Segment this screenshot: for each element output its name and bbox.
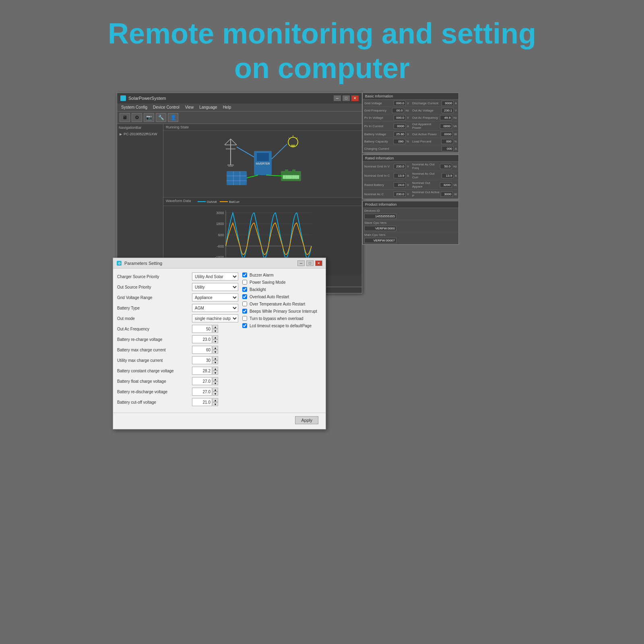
menu-view[interactable]: View <box>183 104 196 110</box>
toolbar-btn-1[interactable]: 🖥 <box>120 113 130 122</box>
turn-to-bypass-checkbox[interactable] <box>242 316 247 321</box>
menu-language[interactable]: Language <box>197 104 220 110</box>
toolbar-btn-3[interactable]: 📷 <box>144 113 154 122</box>
svg-line-17 <box>272 144 287 159</box>
battery-max-charge-current-row: Battery max charge current ▲ ▼ <box>117 346 238 354</box>
menu-system-config[interactable]: System Config <box>119 104 150 110</box>
beeps-primary-source-checkbox[interactable] <box>242 309 247 314</box>
grid-voltage-row: Grid Voltage 000.0 V <box>363 100 411 107</box>
battery-max-charge-current-input[interactable] <box>192 346 212 354</box>
svg-text:600: 600 <box>218 233 224 237</box>
out-source-priority-select[interactable]: Utility Solar SBU <box>192 283 238 291</box>
over-temp-auto-restart-label: Over Temperature Auto Restart <box>250 302 305 306</box>
battery-type-select[interactable]: AGM Flooded User <box>192 304 238 312</box>
params-maximize-button[interactable]: □ <box>306 260 314 266</box>
utility-max-charge-current-input[interactable] <box>192 356 212 364</box>
battery-recharge-voltage-input[interactable] <box>192 335 212 343</box>
power-saving-mode-checkbox[interactable] <box>242 280 247 285</box>
out-ac-frequency-row: Out Ac Frequency 49.9 Hz <box>411 114 458 122</box>
nominal-ac-out-curr-row: Nominal Ac Out Curr 13.9 A <box>411 171 458 180</box>
charger-source-priority-row: Charger Source Priority Utility And Sola… <box>117 272 238 281</box>
params-left: Charger Source Priority Utility And Sola… <box>117 272 238 409</box>
params-controls: ─ □ ✕ <box>297 260 322 266</box>
grid-voltage-range-select[interactable]: Appliance UPS <box>192 293 238 301</box>
battery-redischarge-voltage-spinbox: ▲ ▼ <box>192 388 218 396</box>
svg-line-29 <box>266 175 282 176</box>
out-ac-frequency-down[interactable]: ▼ <box>213 329 218 333</box>
battery-redischarge-voltage-label: Battery re-discharge voltage <box>117 390 190 394</box>
grid-voltage-range-label: Grid Voltage Range <box>117 295 190 300</box>
out-apparent-power-row: Out Apparent Power 0000 VA <box>411 122 458 131</box>
utility-max-charge-current-down[interactable]: ▼ <box>213 360 218 364</box>
backlight-label: Backlight <box>250 287 266 292</box>
svg-text:▓▓▓▓▓▓▓: ▓▓▓▓▓▓▓ <box>283 175 299 179</box>
battery-cutoff-voltage-up[interactable]: ▲ <box>213 398 218 402</box>
battery-type-label: Battery Type <box>117 306 190 310</box>
lcd-timeout-checkbox[interactable] <box>242 323 247 328</box>
svg-text:-600: -600 <box>217 244 224 248</box>
battery-max-charge-current-up[interactable]: ▲ <box>213 346 218 350</box>
params-window-title: Parameters Setting <box>124 261 162 266</box>
charger-source-priority-select[interactable]: Utility And Solar Solar First Solar Only <box>192 272 238 281</box>
buzzer-alarm-checkbox[interactable] <box>242 272 247 277</box>
battery-redischarge-voltage-up[interactable]: ▲ <box>213 388 218 392</box>
menu-help[interactable]: Help <box>221 104 234 110</box>
battery-cutoff-voltage-row: Battery cut-off voltage ▲ ▼ <box>117 398 238 406</box>
out-ac-frequency-row: Out Ac Frequency ▲ ▼ <box>117 325 238 333</box>
nominal-grid-in-v-row: Nominal Grid In V 230.0 V <box>363 162 411 171</box>
toolbar-btn-5[interactable]: 👤 <box>168 113 178 122</box>
params-close-button[interactable]: ✕ <box>315 260 322 266</box>
overload-auto-restart-checkbox[interactable] <box>242 294 247 299</box>
battery-float-charge-voltage-up[interactable]: ▲ <box>213 377 218 381</box>
main-window-titlebar: SolarPowerSystem ─ □ ✕ <box>117 93 362 103</box>
battery-recharge-voltage-up[interactable]: ▲ <box>213 335 218 339</box>
params-minimize-button[interactable]: ─ <box>297 260 305 266</box>
toolbar-btn-2[interactable]: ⚙ <box>132 113 142 122</box>
waveform-label: Waveform Data OutVolt BatCurr <box>163 198 362 206</box>
battery-recharge-voltage-down[interactable]: ▼ <box>213 339 218 343</box>
utility-max-charge-current-up[interactable]: ▲ <box>213 356 218 360</box>
battery-float-charge-voltage-spinbox: ▲ ▼ <box>192 377 218 385</box>
menubar: System Config Device Control View Langua… <box>117 103 362 111</box>
overload-auto-restart-row: Overload Auto Restart <box>242 294 322 299</box>
battery-float-charge-voltage-down[interactable]: ▼ <box>213 381 218 385</box>
battery-cutoff-voltage-input[interactable] <box>192 398 212 406</box>
svg-rect-18 <box>227 171 247 185</box>
devices-id-row: Devices ID 14553555355 <box>363 208 458 220</box>
toolbar-btn-4[interactable]: 🔧 <box>156 113 166 122</box>
svg-rect-10 <box>257 153 269 161</box>
maximize-button[interactable]: □ <box>343 95 350 101</box>
over-temp-auto-restart-checkbox[interactable] <box>242 301 247 306</box>
close-button[interactable]: ✕ <box>351 95 359 101</box>
battery-max-charge-current-label: Battery max charge current <box>117 348 190 352</box>
svg-line-23 <box>247 175 258 178</box>
battery-constant-charge-voltage-down[interactable]: ▼ <box>213 371 218 375</box>
battery-redischarge-voltage-input[interactable] <box>192 388 212 396</box>
load-percent-row: Load Percent 000 % <box>411 138 458 145</box>
menu-device-control[interactable]: Device Control <box>151 104 182 110</box>
minimize-button[interactable]: ─ <box>334 95 341 101</box>
charging-current-row: Charging Current 000 A <box>363 145 458 153</box>
pv-in-current-row: Pv In Current 0000 A <box>363 122 411 131</box>
battery-recharge-voltage-label: Battery re-charge voltage <box>117 337 190 342</box>
battery-cutoff-voltage-spinbox: ▲ ▼ <box>192 398 218 406</box>
battery-max-charge-current-down[interactable]: ▼ <box>213 350 218 354</box>
out-ac-frequency-input[interactable] <box>192 325 212 333</box>
battery-float-charge-voltage-input[interactable] <box>192 377 212 385</box>
page-title: Remote monitoring and setting on compute… <box>0 0 644 94</box>
battery-constant-charge-voltage-up[interactable]: ▲ <box>213 367 218 371</box>
backlight-checkbox[interactable] <box>242 287 247 292</box>
legend-outvolt: OutVolt <box>198 200 217 204</box>
svg-text:1800: 1800 <box>216 222 224 226</box>
out-mode-select[interactable]: single machine outp parallel <box>192 314 238 322</box>
out-ac-frequency-up[interactable]: ▲ <box>213 325 218 329</box>
battery-cutoff-voltage-down[interactable]: ▼ <box>213 402 218 406</box>
main-window-title: SolarPowerSystem <box>128 96 166 101</box>
nav-item-pc[interactable]: ▶ PC-20190522RGXW <box>119 131 161 137</box>
out-source-priority-label: Out Source Priority <box>117 285 190 289</box>
battery-redischarge-voltage-down[interactable]: ▼ <box>213 392 218 396</box>
lcd-timeout-label: Lcd timeout escape to defaultPage <box>250 324 312 328</box>
battery-constant-charge-voltage-input[interactable] <box>192 367 212 375</box>
apply-button[interactable]: Apply <box>295 416 318 424</box>
battery-redischarge-voltage-row: Battery re-discharge voltage ▲ ▼ <box>117 388 238 396</box>
